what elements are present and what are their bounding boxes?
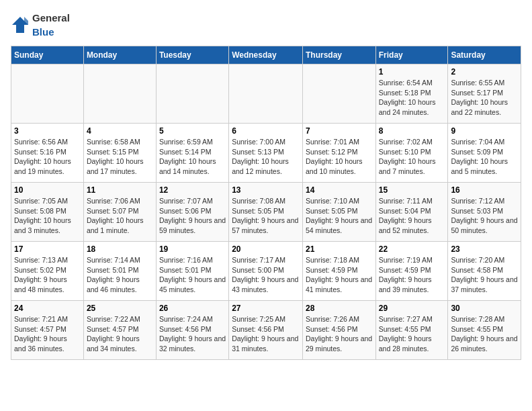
day-number: 23 xyxy=(451,244,518,254)
calendar-cell: 28Sunrise: 7:26 AM Sunset: 4:56 PM Dayli… xyxy=(302,301,375,360)
calendar-cell: 30Sunrise: 7:28 AM Sunset: 4:55 PM Dayli… xyxy=(448,301,521,360)
day-info: Sunrise: 6:59 AM Sunset: 5:14 PM Dayligh… xyxy=(159,137,226,177)
calendar-cell: 14Sunrise: 7:10 AM Sunset: 5:05 PM Dayli… xyxy=(302,183,375,242)
calendar-cell: 1Sunrise: 6:54 AM Sunset: 5:18 PM Daylig… xyxy=(375,64,448,124)
day-info: Sunrise: 7:18 AM Sunset: 4:59 PM Dayligh… xyxy=(306,255,373,295)
day-number: 12 xyxy=(159,185,226,195)
day-number: 24 xyxy=(14,304,81,313)
day-number: 2 xyxy=(451,67,518,77)
day-info: Sunrise: 7:19 AM Sunset: 4:59 PM Dayligh… xyxy=(379,255,445,295)
calendar-cell: 13Sunrise: 7:08 AM Sunset: 5:05 PM Dayli… xyxy=(229,183,303,242)
weekday-header-thursday: Thursday xyxy=(302,46,375,64)
day-info: Sunrise: 7:28 AM Sunset: 4:55 PM Dayligh… xyxy=(451,314,518,354)
day-number: 28 xyxy=(306,304,373,313)
day-info: Sunrise: 7:27 AM Sunset: 4:55 PM Dayligh… xyxy=(379,314,445,354)
calendar-cell xyxy=(83,64,156,124)
day-number: 7 xyxy=(306,126,373,136)
calendar-cell: 20Sunrise: 7:17 AM Sunset: 5:00 PM Dayli… xyxy=(229,242,303,301)
day-number: 19 xyxy=(159,244,226,254)
weekday-header-row: SundayMondayTuesdayWednesdayThursdayFrid… xyxy=(11,46,521,64)
day-info: Sunrise: 7:22 AM Sunset: 4:57 PM Dayligh… xyxy=(87,314,153,354)
calendar-cell: 17Sunrise: 7:13 AM Sunset: 5:02 PM Dayli… xyxy=(11,242,84,301)
day-info: Sunrise: 7:06 AM Sunset: 5:07 PM Dayligh… xyxy=(87,196,153,236)
day-number: 29 xyxy=(379,304,445,313)
calendar-cell: 25Sunrise: 7:22 AM Sunset: 4:57 PM Dayli… xyxy=(83,301,156,360)
weekday-header-sunday: Sunday xyxy=(11,46,84,64)
day-number: 11 xyxy=(87,185,153,195)
calendar-cell: 12Sunrise: 7:07 AM Sunset: 5:06 PM Dayli… xyxy=(156,183,228,242)
calendar-cell: 29Sunrise: 7:27 AM Sunset: 4:55 PM Dayli… xyxy=(375,301,448,360)
calendar-cell xyxy=(302,64,375,124)
day-number: 8 xyxy=(379,126,445,136)
calendar-cell xyxy=(156,64,228,124)
day-number: 14 xyxy=(306,185,373,195)
weekday-header-tuesday: Tuesday xyxy=(156,46,228,64)
day-info: Sunrise: 6:58 AM Sunset: 5:15 PM Dayligh… xyxy=(87,137,153,177)
calendar-cell: 26Sunrise: 7:24 AM Sunset: 4:56 PM Dayli… xyxy=(156,301,228,360)
day-number: 16 xyxy=(451,185,518,195)
day-info: Sunrise: 7:11 AM Sunset: 5:04 PM Dayligh… xyxy=(379,196,445,236)
calendar-week-3: 10Sunrise: 7:05 AM Sunset: 5:08 PM Dayli… xyxy=(11,183,521,242)
calendar-cell: 22Sunrise: 7:19 AM Sunset: 4:59 PM Dayli… xyxy=(375,242,448,301)
weekday-header-wednesday: Wednesday xyxy=(229,46,303,64)
weekday-header-monday: Monday xyxy=(83,46,156,64)
day-number: 20 xyxy=(232,244,300,254)
svg-marker-2 xyxy=(24,17,28,25)
calendar-cell: 8Sunrise: 7:02 AM Sunset: 5:10 PM Daylig… xyxy=(375,124,448,183)
day-info: Sunrise: 7:07 AM Sunset: 5:06 PM Dayligh… xyxy=(159,196,226,236)
day-info: Sunrise: 7:04 AM Sunset: 5:09 PM Dayligh… xyxy=(451,137,518,177)
weekday-header-friday: Friday xyxy=(375,46,448,64)
calendar-week-1: 1Sunrise: 6:54 AM Sunset: 5:18 PM Daylig… xyxy=(11,64,521,124)
day-info: Sunrise: 7:26 AM Sunset: 4:56 PM Dayligh… xyxy=(306,314,373,354)
calendar-week-4: 17Sunrise: 7:13 AM Sunset: 5:02 PM Dayli… xyxy=(11,242,521,301)
calendar-cell: 21Sunrise: 7:18 AM Sunset: 4:59 PM Dayli… xyxy=(302,242,375,301)
calendar-cell: 23Sunrise: 7:20 AM Sunset: 4:58 PM Dayli… xyxy=(448,242,521,301)
day-info: Sunrise: 7:25 AM Sunset: 4:56 PM Dayligh… xyxy=(232,314,300,354)
day-info: Sunrise: 7:00 AM Sunset: 5:13 PM Dayligh… xyxy=(232,137,300,177)
day-number: 18 xyxy=(87,244,153,254)
calendar-week-5: 24Sunrise: 7:21 AM Sunset: 4:57 PM Dayli… xyxy=(11,301,521,360)
day-number: 10 xyxy=(14,185,81,195)
day-number: 27 xyxy=(232,304,300,313)
day-number: 25 xyxy=(87,304,153,313)
day-number: 1 xyxy=(379,67,445,77)
calendar-cell: 6Sunrise: 7:00 AM Sunset: 5:13 PM Daylig… xyxy=(229,124,303,183)
calendar-table: SundayMondayTuesdayWednesdayThursdayFrid… xyxy=(11,46,521,360)
calendar-header: General Blue xyxy=(11,11,521,39)
calendar-cell: 3Sunrise: 6:56 AM Sunset: 5:16 PM Daylig… xyxy=(11,124,84,183)
day-number: 15 xyxy=(379,185,445,195)
logo: General Blue xyxy=(11,11,70,39)
day-info: Sunrise: 7:13 AM Sunset: 5:02 PM Dayligh… xyxy=(14,255,81,295)
day-number: 5 xyxy=(159,126,226,136)
calendar-cell: 4Sunrise: 6:58 AM Sunset: 5:15 PM Daylig… xyxy=(83,124,156,183)
day-info: Sunrise: 7:17 AM Sunset: 5:00 PM Dayligh… xyxy=(232,255,300,295)
day-info: Sunrise: 7:20 AM Sunset: 4:58 PM Dayligh… xyxy=(451,255,518,295)
day-number: 22 xyxy=(379,244,445,254)
calendar-cell: 2Sunrise: 6:55 AM Sunset: 5:17 PM Daylig… xyxy=(448,64,521,124)
day-number: 6 xyxy=(232,126,300,136)
calendar-cell: 10Sunrise: 7:05 AM Sunset: 5:08 PM Dayli… xyxy=(11,183,84,242)
day-info: Sunrise: 7:10 AM Sunset: 5:05 PM Dayligh… xyxy=(306,196,373,236)
day-info: Sunrise: 7:16 AM Sunset: 5:01 PM Dayligh… xyxy=(159,255,226,295)
calendar-cell: 9Sunrise: 7:04 AM Sunset: 5:09 PM Daylig… xyxy=(448,124,521,183)
day-number: 13 xyxy=(232,185,300,195)
day-info: Sunrise: 7:12 AM Sunset: 5:03 PM Dayligh… xyxy=(451,196,518,236)
day-info: Sunrise: 7:02 AM Sunset: 5:10 PM Dayligh… xyxy=(379,137,445,177)
day-info: Sunrise: 6:55 AM Sunset: 5:17 PM Dayligh… xyxy=(451,78,518,118)
calendar-cell: 16Sunrise: 7:12 AM Sunset: 5:03 PM Dayli… xyxy=(448,183,521,242)
day-info: Sunrise: 7:08 AM Sunset: 5:05 PM Dayligh… xyxy=(232,196,300,236)
day-number: 4 xyxy=(87,126,153,136)
day-info: Sunrise: 7:14 AM Sunset: 5:01 PM Dayligh… xyxy=(87,255,153,295)
day-number: 21 xyxy=(306,244,373,254)
calendar-cell: 24Sunrise: 7:21 AM Sunset: 4:57 PM Dayli… xyxy=(11,301,84,360)
day-info: Sunrise: 7:01 AM Sunset: 5:12 PM Dayligh… xyxy=(306,137,373,177)
day-info: Sunrise: 6:56 AM Sunset: 5:16 PM Dayligh… xyxy=(14,137,81,177)
day-number: 9 xyxy=(451,126,518,136)
day-number: 17 xyxy=(14,244,81,254)
day-info: Sunrise: 7:21 AM Sunset: 4:57 PM Dayligh… xyxy=(14,314,81,354)
calendar-cell: 18Sunrise: 7:14 AM Sunset: 5:01 PM Dayli… xyxy=(83,242,156,301)
weekday-header-saturday: Saturday xyxy=(448,46,521,64)
day-info: Sunrise: 6:54 AM Sunset: 5:18 PM Dayligh… xyxy=(379,78,445,118)
day-number: 3 xyxy=(14,126,81,136)
calendar-cell: 5Sunrise: 6:59 AM Sunset: 5:14 PM Daylig… xyxy=(156,124,228,183)
